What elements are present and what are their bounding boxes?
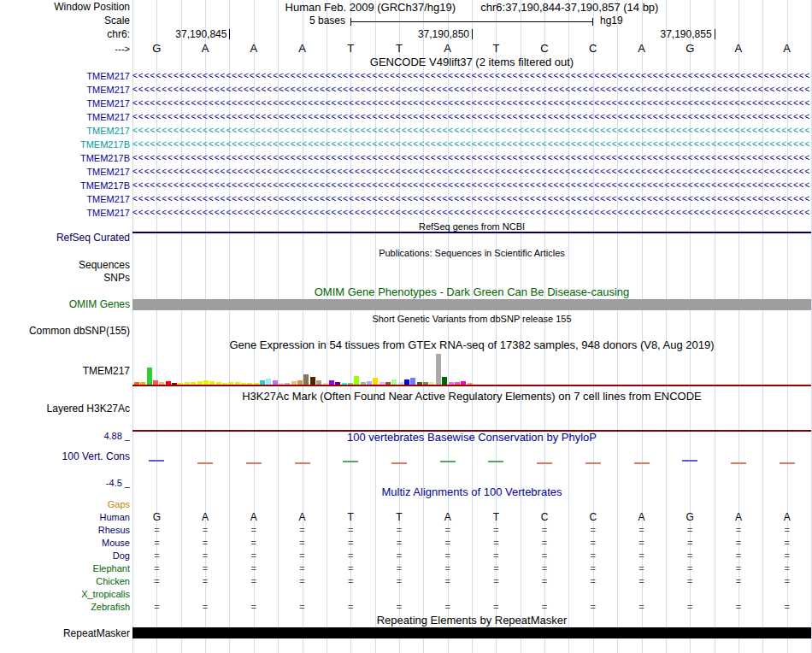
gtex-gene-label[interactable]: TMEM217 <box>0 366 130 377</box>
phylop-max-label: 4.88 _ <box>0 431 130 442</box>
ruler-number: 37,190,855 <box>603 29 712 40</box>
gene-row-arrows[interactable]: <<<<<<<<<<<<<<<<<<<<<<<<<<<<<<<<<<<<<<<<… <box>132 138 811 150</box>
base-letter: A <box>762 43 811 55</box>
gene-label[interactable]: TMEM217 <box>0 208 130 219</box>
repeatmasker-bar[interactable] <box>132 627 811 638</box>
publications-title[interactable]: Publications: Sequences in Scientific Ar… <box>132 247 811 259</box>
gene-row-arrows[interactable]: <<<<<<<<<<<<<<<<<<<<<<<<<<<<<<<<<<<<<<<<… <box>132 97 811 109</box>
species-label[interactable]: Chicken <box>0 576 130 587</box>
alignment-match: = <box>762 576 811 587</box>
phylop-track-label[interactable]: 100 Vert. Cons <box>0 451 130 462</box>
gene-label[interactable]: TMEM217B <box>0 153 130 164</box>
gencode-title[interactable]: GENCODE V49lift37 (2 items filtered out) <box>132 56 811 68</box>
alignment-base: G <box>132 512 181 523</box>
alignment-match: = <box>423 525 472 536</box>
gene-label[interactable]: TMEM217 <box>0 98 130 109</box>
alignment-match: = <box>181 538 230 549</box>
dbsnp-title[interactable]: Short Genetic Variants from dbSNP releas… <box>132 313 811 325</box>
gtex-bar[interactable] <box>410 378 415 385</box>
refseq-title[interactable]: RefSeq genes from NCBI <box>132 221 811 232</box>
phylop-title[interactable]: 100 vertebrates Basewise Conservation by… <box>132 432 811 444</box>
gene-label[interactable]: TMEM217B <box>0 139 130 150</box>
alignment-match: = <box>132 602 181 613</box>
gene-label[interactable]: TMEM217B <box>0 180 130 191</box>
omim-gene-bar[interactable] <box>132 299 811 310</box>
chrom-label: chr6: <box>0 29 130 40</box>
alignment-base: A <box>762 512 811 523</box>
gene-label[interactable]: TMEM217 <box>0 194 130 205</box>
ruler-tick <box>229 29 230 39</box>
gene-row-arrows[interactable]: <<<<<<<<<<<<<<<<<<<<<<<<<<<<<<<<<<<<<<<<… <box>132 84 811 96</box>
species-label[interactable]: Elephant <box>0 563 130 574</box>
gene-label[interactable]: TMEM217 <box>0 126 130 137</box>
dbsnp-label[interactable]: Common dbSNP(155) <box>0 326 130 337</box>
alignment-match: = <box>472 602 521 613</box>
species-label[interactable]: Zebrafish <box>0 602 130 613</box>
alignment-match: = <box>181 563 230 574</box>
base-letter: A <box>715 43 763 55</box>
species-label[interactable]: Dog <box>0 550 130 562</box>
gene-row-arrows[interactable]: <<<<<<<<<<<<<<<<<<<<<<<<<<<<<<<<<<<<<<<<… <box>132 166 811 178</box>
omim-genes-label[interactable]: OMIM Genes <box>0 299 130 310</box>
species-label[interactable]: Mouse <box>0 538 130 549</box>
phylop-dash <box>488 461 503 462</box>
multiz-title[interactable]: Multiz Alignments of 100 Vertebrates <box>132 486 811 498</box>
repeatmasker-title[interactable]: Repeating Elements by RepeatMasker <box>132 615 811 627</box>
alignment-base: G <box>666 512 715 523</box>
alignment-match: = <box>521 525 569 536</box>
alignment-match: = <box>132 576 181 587</box>
gene-label[interactable]: TMEM217 <box>0 112 130 123</box>
ruler-tick <box>472 29 473 39</box>
alignment-match: = <box>229 576 278 587</box>
alignment-match: = <box>521 576 569 587</box>
gtex-bar[interactable] <box>436 354 441 385</box>
gene-label[interactable]: TMEM217 <box>0 167 130 178</box>
gtex-bar[interactable] <box>442 377 447 385</box>
gtex-bar[interactable] <box>147 368 152 385</box>
repeatmasker-label[interactable]: RepeatMasker <box>0 628 130 639</box>
alignment-match: = <box>181 550 230 562</box>
gtex-bar[interactable] <box>266 379 271 385</box>
alignment-match: = <box>423 550 472 562</box>
gene-label[interactable]: TMEM217 <box>0 71 130 82</box>
alignment-match: = <box>521 538 569 549</box>
alignment-match: = <box>666 563 715 574</box>
omim-title[interactable]: OMIM Gene Phenotypes - Dark Green Can Be… <box>132 286 811 298</box>
alignment-match: = <box>472 576 521 587</box>
gene-row-arrows[interactable]: <<<<<<<<<<<<<<<<<<<<<<<<<<<<<<<<<<<<<<<<… <box>132 70 811 82</box>
alignment-match: = <box>762 525 811 536</box>
sequences-label[interactable]: Sequences <box>0 260 130 271</box>
species-label[interactable]: Rhesus <box>0 525 130 536</box>
alignment-match: = <box>617 538 666 549</box>
snps-label[interactable]: SNPs <box>0 273 130 284</box>
gene-row-arrows[interactable]: <<<<<<<<<<<<<<<<<<<<<<<<<<<<<<<<<<<<<<<<… <box>132 152 811 164</box>
gene-row-arrows[interactable]: <<<<<<<<<<<<<<<<<<<<<<<<<<<<<<<<<<<<<<<<… <box>132 111 811 123</box>
phylop-dash <box>440 461 456 462</box>
gene-row-arrows[interactable]: <<<<<<<<<<<<<<<<<<<<<<<<<<<<<<<<<<<<<<<<… <box>132 125 811 137</box>
h3k27ac-label[interactable]: Layered H3K27Ac <box>0 403 130 415</box>
gtex-bar[interactable] <box>354 376 359 385</box>
refseq-dense-bar[interactable] <box>132 232 811 233</box>
gene-row-arrows[interactable]: <<<<<<<<<<<<<<<<<<<<<<<<<<<<<<<<<<<<<<<<… <box>132 207 811 219</box>
gene-row-arrows[interactable]: <<<<<<<<<<<<<<<<<<<<<<<<<<<<<<<<<<<<<<<<… <box>132 193 811 205</box>
alignment-match: = <box>568 602 617 613</box>
genome-label: hg19 <box>600 15 623 26</box>
species-label[interactable]: Human <box>0 512 130 523</box>
alignment-match: = <box>375 563 424 574</box>
gtex-bar[interactable] <box>303 374 309 385</box>
gene-label[interactable]: TMEM217 <box>0 85 130 96</box>
gtex-bar[interactable] <box>310 377 315 385</box>
gtex-title[interactable]: Gene Expression in 54 tissues from GTEx … <box>132 339 811 351</box>
species-label[interactable]: X_tropicalis <box>0 589 130 600</box>
gene-row-arrows[interactable]: <<<<<<<<<<<<<<<<<<<<<<<<<<<<<<<<<<<<<<<<… <box>132 179 811 191</box>
alignment-base: T <box>327 512 375 523</box>
species-label[interactable]: Gaps <box>0 499 130 510</box>
h3k27ac-title[interactable]: H3K27Ac Mark (Often Found Near Active Re… <box>132 391 811 403</box>
alignment-match: = <box>327 602 375 613</box>
alignment-base: A <box>617 512 666 523</box>
refseq-curated-label[interactable]: RefSeq Curated <box>0 232 130 244</box>
header-title: Human Feb. 2009 (GRCh37/hg19) chr6:37,19… <box>132 2 811 14</box>
alignment-match: = <box>327 563 375 574</box>
gtex-bar[interactable] <box>373 378 378 385</box>
base-letter: G <box>666 43 715 55</box>
